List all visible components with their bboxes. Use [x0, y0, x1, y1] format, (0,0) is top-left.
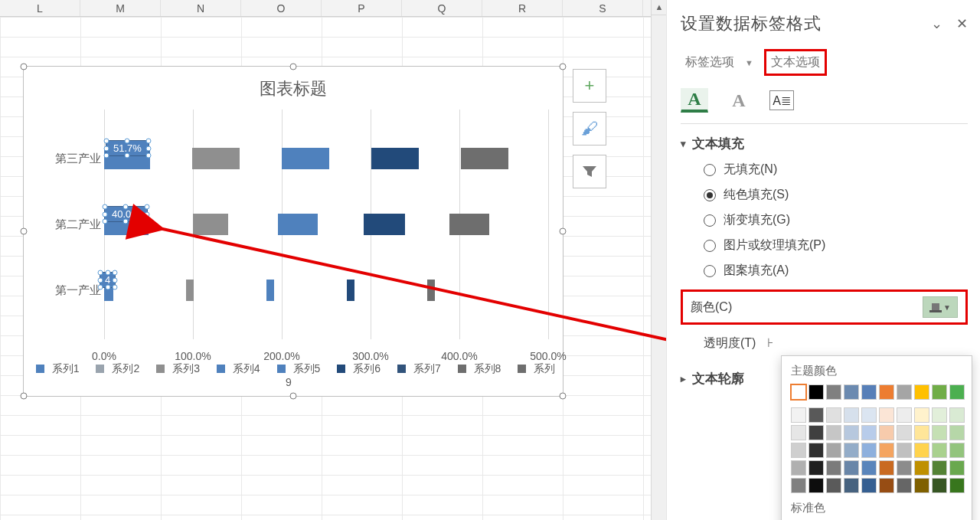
bar-series6[interactable]: [364, 214, 405, 235]
color-swatch[interactable]: [949, 384, 965, 400]
resize-handle[interactable]: [21, 228, 28, 235]
bar-series5[interactable]: [278, 214, 318, 235]
label-handle[interactable]: [113, 270, 118, 276]
bar-series3[interactable]: [186, 280, 194, 301]
chart-title[interactable]: 图表标题: [24, 67, 563, 105]
col-header[interactable]: S: [563, 0, 643, 16]
color-swatch[interactable]: [879, 384, 894, 400]
color-swatch[interactable]: [949, 407, 965, 423]
embedded-chart[interactable]: 图表标题 第三产业 第二产业: [23, 66, 564, 397]
label-handle[interactable]: [104, 153, 109, 159]
col-header[interactable]: Q: [402, 0, 482, 16]
color-swatch[interactable]: [861, 478, 877, 493]
color-swatch[interactable]: [914, 478, 929, 493]
label-handle[interactable]: [123, 204, 129, 210]
bar-series8[interactable]: [449, 214, 489, 235]
bar-series3[interactable]: [193, 214, 228, 235]
color-swatch[interactable]: [932, 384, 947, 400]
color-swatch[interactable]: [844, 478, 859, 493]
chevron-down-icon[interactable]: ▼: [745, 58, 753, 67]
label-handle[interactable]: [123, 219, 129, 224]
bar-series6[interactable]: [347, 280, 354, 301]
label-handle[interactable]: [103, 211, 108, 217]
color-swatch[interactable]: [844, 460, 859, 476]
resize-handle[interactable]: [560, 228, 567, 235]
col-header[interactable]: N: [161, 0, 241, 16]
color-swatch[interactable]: [861, 460, 877, 476]
color-swatch[interactable]: [949, 478, 965, 493]
color-swatch[interactable]: [791, 407, 806, 423]
bar-series3[interactable]: [192, 148, 240, 169]
radio-solid-fill[interactable]: 纯色填充(S): [704, 187, 968, 203]
color-swatch[interactable]: [861, 443, 877, 458]
label-handle[interactable]: [145, 139, 151, 144]
color-swatch[interactable]: [861, 407, 877, 423]
color-swatch[interactable]: [861, 425, 877, 440]
color-swatch[interactable]: [897, 425, 912, 440]
resize-handle[interactable]: [290, 393, 297, 400]
color-swatch[interactable]: [932, 443, 947, 458]
label-handle[interactable]: [98, 277, 103, 283]
fill-color-button[interactable]: ▼: [923, 296, 958, 318]
textbox-icon[interactable]: A≣: [769, 90, 794, 110]
chart-styles-button[interactable]: 🖌: [573, 112, 606, 146]
color-swatch[interactable]: [897, 443, 912, 458]
resize-handle[interactable]: [290, 64, 297, 70]
close-pane-icon[interactable]: ✕: [956, 15, 968, 32]
color-swatch[interactable]: [826, 425, 841, 440]
color-swatch[interactable]: [932, 425, 947, 440]
label-handle[interactable]: [113, 277, 118, 283]
chart-data-label[interactable]: 51.7%: [106, 140, 149, 156]
color-swatch[interactable]: [949, 443, 965, 458]
color-swatch[interactable]: [791, 443, 806, 458]
color-swatch[interactable]: [932, 478, 947, 493]
color-swatch[interactable]: [791, 460, 806, 476]
color-swatch[interactable]: [914, 384, 929, 400]
color-swatch[interactable]: [861, 384, 877, 400]
color-swatch[interactable]: [879, 407, 894, 423]
col-header[interactable]: P: [322, 0, 402, 16]
bar-series5[interactable]: [282, 148, 329, 169]
color-swatch[interactable]: [914, 425, 929, 440]
resize-handle[interactable]: [21, 64, 28, 70]
label-handle[interactable]: [98, 285, 103, 290]
radio-picture-fill[interactable]: 图片或纹理填充(P): [704, 237, 968, 253]
label-handle[interactable]: [145, 146, 151, 151]
bar-series6[interactable]: [371, 148, 419, 169]
chart-data-label[interactable]: 4: [100, 272, 116, 288]
color-swatch[interactable]: [826, 478, 841, 493]
col-header[interactable]: M: [80, 0, 161, 16]
color-swatch[interactable]: [826, 460, 841, 476]
color-swatch[interactable]: [826, 384, 841, 400]
resize-handle[interactable]: [560, 64, 567, 70]
color-swatch[interactable]: [914, 443, 929, 458]
color-picker-popup[interactable]: 主题颜色 标准色: [781, 355, 972, 520]
color-swatch[interactable]: [808, 407, 824, 423]
col-header[interactable]: O: [241, 0, 322, 16]
bar-series8[interactable]: [461, 148, 508, 169]
text-effects-icon[interactable]: A: [725, 88, 753, 113]
resize-handle[interactable]: [560, 393, 567, 400]
resize-handle[interactable]: [21, 393, 28, 400]
color-swatch[interactable]: [844, 407, 859, 423]
label-handle[interactable]: [103, 204, 108, 210]
color-swatch[interactable]: [808, 443, 824, 458]
color-swatch[interactable]: [932, 460, 947, 476]
chart-data-label[interactable]: 40.0%: [104, 206, 148, 222]
color-swatch[interactable]: [914, 407, 929, 423]
color-swatch[interactable]: [826, 443, 841, 458]
label-handle[interactable]: [105, 270, 110, 276]
tab-label-options[interactable]: 标签选项: [681, 51, 739, 74]
color-swatch[interactable]: [844, 443, 859, 458]
label-handle[interactable]: [105, 285, 110, 290]
chart-legend[interactable]: 系列1 系列2 系列3 系列4 系列5 系列6 系列7 系列8 系列9: [24, 362, 563, 388]
scroll-up-icon[interactable]: ▲: [652, 0, 667, 15]
radio-gradient-fill[interactable]: 渐变填充(G): [704, 212, 968, 228]
color-swatch[interactable]: [897, 407, 912, 423]
label-handle[interactable]: [125, 153, 130, 159]
color-swatch[interactable]: [826, 407, 841, 423]
color-swatch[interactable]: [897, 460, 912, 476]
label-handle[interactable]: [125, 139, 130, 144]
color-swatch[interactable]: [844, 384, 859, 400]
vertical-scrollbar[interactable]: ▲: [651, 0, 666, 520]
